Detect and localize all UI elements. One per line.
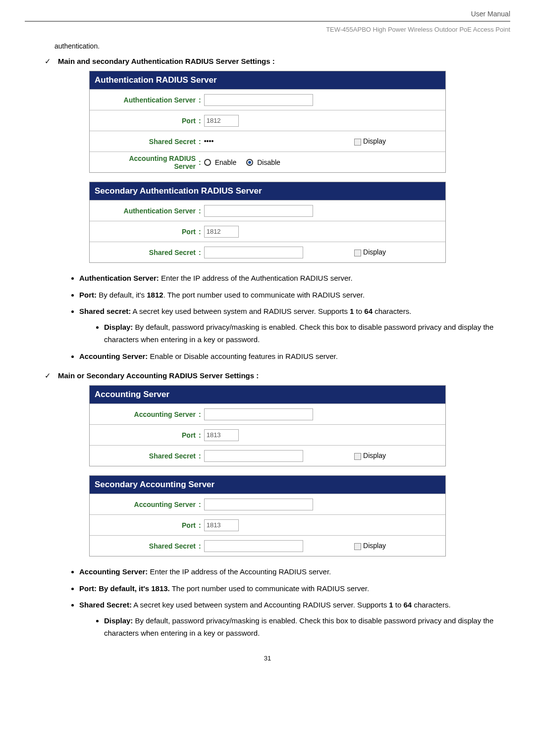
acct-port-input[interactable] bbox=[204, 429, 239, 441]
sec-accounting-panel: Secondary Accounting Server Accounting S… bbox=[89, 475, 446, 556]
acct-server-input[interactable] bbox=[204, 408, 313, 420]
header-product: TEW-455APBO High Power Wireless Outdoor … bbox=[25, 26, 510, 33]
sec-auth-secret-input[interactable] bbox=[204, 247, 303, 258]
colon: : bbox=[199, 521, 204, 529]
sec-auth-server-input[interactable] bbox=[204, 205, 313, 217]
bullet-acct-display: Display: By default, password privacy/ma… bbox=[104, 614, 510, 640]
acct-section-heading: Main or Secondary Accounting RADIUS Serv… bbox=[58, 371, 259, 380]
auth-section-heading-row: ✓ Main and secondary Authentication RADI… bbox=[25, 57, 510, 66]
auth-display-toggle[interactable]: Display bbox=[354, 137, 386, 145]
colon: : bbox=[199, 138, 204, 146]
acct-secret-label: Shared Secret bbox=[90, 452, 199, 460]
auth-secret-label: Shared Secret bbox=[90, 138, 199, 146]
display-label: Display bbox=[363, 542, 386, 550]
auth-server-label: Authentication Server bbox=[90, 96, 199, 104]
acct-bullets: Accounting Server: Enter the IP address … bbox=[25, 565, 510, 640]
check-icon: ✓ bbox=[45, 57, 51, 65]
auth-port-input[interactable] bbox=[204, 115, 239, 127]
radio-disable[interactable] bbox=[246, 159, 253, 166]
checkbox-icon bbox=[354, 543, 361, 550]
sec-acct-panel-title: Secondary Accounting Server bbox=[90, 476, 445, 494]
accounting-panel: Accounting Server Accounting Server : Po… bbox=[89, 385, 446, 466]
display-label: Display bbox=[363, 452, 386, 459]
colon: : bbox=[199, 228, 204, 236]
check-icon: ✓ bbox=[45, 371, 51, 380]
sec-acct-port-label: Port bbox=[90, 521, 199, 529]
auth-panel-title: Authentication RADIUS Server bbox=[90, 71, 445, 89]
acct-display-toggle[interactable]: Display bbox=[354, 452, 386, 459]
sec-acct-secret-label: Shared Secret bbox=[90, 542, 199, 550]
sec-acct-server-input[interactable] bbox=[204, 499, 313, 510]
checkbox-icon bbox=[354, 139, 361, 146]
intro-fragment: authentication. bbox=[25, 42, 510, 50]
acct-panel-title: Accounting Server bbox=[90, 386, 445, 403]
colon: : bbox=[199, 410, 204, 418]
sec-acct-server-label: Accounting Server bbox=[90, 501, 199, 508]
colon: : bbox=[199, 96, 204, 104]
enable-label: Enable bbox=[215, 158, 237, 166]
bullet-auth-server: Authentication Server: Enter the IP addr… bbox=[79, 272, 510, 285]
auth-secret-mask: •••• bbox=[204, 137, 214, 145]
bullet-acct-port: Port: By default, it's 1813. The port nu… bbox=[79, 582, 510, 595]
bullet-acct-server: Accounting Server: Enter the IP address … bbox=[79, 565, 510, 578]
sec-auth-port-input[interactable] bbox=[204, 226, 239, 238]
checkbox-icon bbox=[354, 250, 361, 256]
colon: : bbox=[199, 207, 204, 215]
display-label: Display bbox=[363, 248, 386, 256]
auth-bullets: Authentication Server: Enter the IP addr… bbox=[25, 272, 510, 362]
colon: : bbox=[199, 249, 204, 256]
colon: : bbox=[199, 117, 204, 125]
colon: : bbox=[199, 542, 204, 550]
sec-acct-display-toggle[interactable]: Display bbox=[354, 542, 386, 550]
bullet-auth-secret: Shared secret: A secret key used between… bbox=[79, 305, 510, 346]
auth-port-label: Port bbox=[90, 117, 199, 125]
display-label: Display bbox=[363, 137, 386, 145]
auth-radius-panel: Authentication RADIUS Server Authenticat… bbox=[89, 71, 446, 173]
sec-auth-panel-title: Secondary Authentication RADIUS Server bbox=[90, 182, 445, 200]
page-number: 31 bbox=[25, 655, 510, 662]
acct-section-heading-row: ✓ Main or Secondary Accounting RADIUS Se… bbox=[25, 371, 510, 380]
acct-secret-input[interactable] bbox=[204, 450, 303, 462]
bullet-auth-port: Port: By default, it's 1812. The port nu… bbox=[79, 289, 510, 302]
radio-enable[interactable] bbox=[204, 159, 211, 166]
sec-acct-secret-input[interactable] bbox=[204, 540, 303, 552]
acct-port-label: Port bbox=[90, 431, 199, 439]
checkbox-icon bbox=[354, 453, 361, 460]
colon: : bbox=[199, 501, 204, 508]
disable-label: Disable bbox=[257, 158, 280, 166]
sec-auth-server-label: Authentication Server bbox=[90, 207, 199, 215]
acct-server-label: Accounting Server bbox=[90, 410, 199, 418]
bullet-auth-display: Display: By default, password privacy/ma… bbox=[104, 321, 510, 346]
bullet-acct-secret: Shared Secret: A secret key used between… bbox=[79, 599, 510, 640]
acct-radius-server-label: Accounting RADIUS Server bbox=[90, 154, 199, 170]
sec-acct-port-input[interactable] bbox=[204, 519, 239, 531]
sec-auth-radius-panel: Secondary Authentication RADIUS Server A… bbox=[89, 182, 446, 263]
colon: : bbox=[199, 452, 204, 460]
auth-server-input[interactable] bbox=[204, 94, 313, 106]
colon: : bbox=[199, 431, 204, 439]
bullet-auth-accounting: Accounting Server: Enable or Disable acc… bbox=[79, 350, 510, 363]
colon: : bbox=[199, 158, 204, 166]
header-user-manual: User Manual bbox=[25, 10, 510, 22]
sec-auth-secret-label: Shared Secret bbox=[90, 249, 199, 256]
sec-auth-display-toggle[interactable]: Display bbox=[354, 248, 386, 256]
sec-auth-port-label: Port bbox=[90, 228, 199, 236]
auth-section-heading: Main and secondary Authentication RADIUS… bbox=[58, 57, 275, 65]
